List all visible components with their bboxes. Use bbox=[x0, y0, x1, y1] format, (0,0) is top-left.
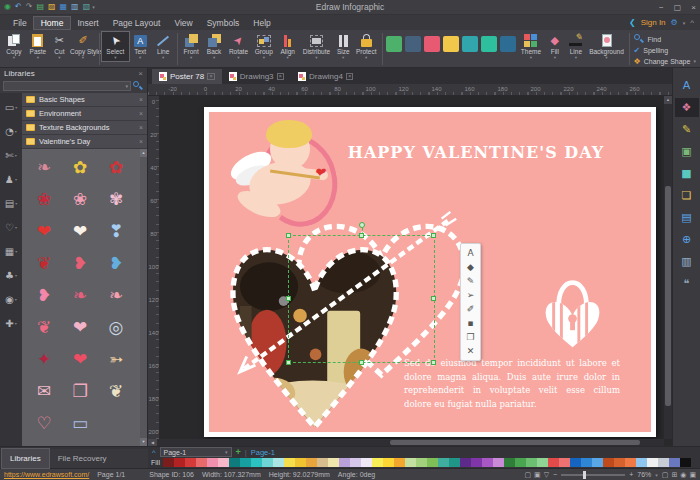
theme-color-swatch[interactable] bbox=[405, 36, 421, 52]
library-category-icon[interactable]: ▤▾ bbox=[1, 191, 21, 215]
panel-tab-icon[interactable]: ⊕ bbox=[675, 230, 699, 249]
find-button[interactable]: Find bbox=[634, 34, 696, 44]
page-selector[interactable]: Page-1 ▾ bbox=[160, 447, 232, 457]
copy-button[interactable]: Copy▾ bbox=[2, 32, 26, 61]
resize-handle[interactable] bbox=[286, 360, 291, 365]
palette-color[interactable] bbox=[658, 458, 669, 467]
palette-color[interactable] bbox=[647, 458, 658, 467]
clipart-item[interactable]: ✦ bbox=[26, 343, 62, 375]
library-category-icon[interactable]: ◉▾ bbox=[1, 287, 21, 311]
panel-tab-icon[interactable]: ❏ bbox=[675, 186, 699, 205]
floating-tool-icon[interactable]: ➢ bbox=[461, 288, 480, 302]
quick-access-icon[interactable]: ◉ bbox=[4, 3, 11, 11]
clipart-item[interactable]: ❥ bbox=[26, 279, 62, 311]
palette-color[interactable] bbox=[526, 458, 537, 467]
menu-item[interactable]: Home bbox=[34, 17, 71, 29]
floating-tool-icon[interactable]: A bbox=[461, 246, 480, 260]
resize-handle[interactable] bbox=[431, 296, 436, 301]
clipart-item[interactable]: ✿ bbox=[98, 151, 134, 183]
spelling-button[interactable]: ✔ Spelling bbox=[634, 45, 696, 55]
palette-color[interactable] bbox=[669, 458, 680, 467]
palette-color[interactable] bbox=[636, 458, 647, 467]
clipart-item[interactable]: ❧ bbox=[26, 151, 62, 183]
menu-item[interactable]: Help bbox=[246, 17, 277, 29]
palette-color[interactable] bbox=[361, 458, 372, 467]
palette-color[interactable] bbox=[372, 458, 383, 467]
palette-color[interactable] bbox=[471, 458, 482, 467]
minimize-button[interactable]: − bbox=[659, 3, 664, 12]
palette-color[interactable] bbox=[163, 458, 174, 467]
clipart-item[interactable]: ✉ bbox=[26, 375, 62, 407]
fill-button[interactable]: ◆ Fill▾ bbox=[544, 32, 565, 61]
floating-tool-icon[interactable]: ✎ bbox=[461, 274, 480, 288]
gear-icon[interactable]: ⚙ bbox=[671, 18, 678, 27]
zoom-out-button[interactable]: − bbox=[553, 471, 557, 478]
distribute-button[interactable]: Distribute▾ bbox=[299, 32, 333, 61]
line-style-button[interactable]: ✎ Line▾ bbox=[565, 32, 586, 61]
clipart-item[interactable]: ▭ bbox=[62, 407, 98, 439]
panel-tab-icon[interactable]: ■ bbox=[675, 164, 699, 183]
scroll-left-icon[interactable]: ◀ bbox=[148, 439, 157, 446]
clipart-item[interactable]: ✿ bbox=[62, 151, 98, 183]
library-group-row[interactable]: Texture Backgrounds × bbox=[22, 121, 147, 135]
palette-color[interactable] bbox=[383, 458, 394, 467]
theme-color-swatch[interactable] bbox=[443, 36, 459, 52]
menu-item[interactable]: Insert bbox=[70, 17, 105, 29]
quick-access-icon[interactable]: ▥ bbox=[71, 3, 79, 11]
library-group-row[interactable]: Basic Shapes × bbox=[22, 93, 147, 107]
palette-color[interactable] bbox=[581, 458, 592, 467]
palette-color[interactable] bbox=[570, 458, 581, 467]
clipart-item[interactable]: ❣ bbox=[98, 215, 134, 247]
palette-color[interactable] bbox=[328, 458, 339, 467]
palette-color[interactable] bbox=[196, 458, 207, 467]
library-category-icon[interactable]: ◔▾ bbox=[1, 119, 21, 143]
palette-color[interactable] bbox=[438, 458, 449, 467]
palette-color[interactable] bbox=[537, 458, 548, 467]
menu-item[interactable]: File bbox=[6, 17, 34, 29]
select-button[interactable]: ➤ Select▾ bbox=[102, 32, 129, 61]
settings-dropdown-icon[interactable]: ▾ bbox=[683, 20, 686, 26]
document-tab-close-icon[interactable]: × bbox=[277, 73, 285, 80]
palette-color[interactable] bbox=[416, 458, 427, 467]
libraries-close-icon[interactable]: × bbox=[138, 69, 143, 78]
clipart-item[interactable]: ❀ bbox=[26, 183, 62, 215]
clipart-item[interactable]: ❤ bbox=[62, 343, 98, 375]
edrawsoft-link[interactable]: https://www.edrawsoft.com/ bbox=[4, 471, 89, 478]
library-group-row[interactable]: Valentine's Day × bbox=[22, 135, 147, 149]
group-button[interactable]: Group▾ bbox=[251, 32, 276, 61]
scroll-down-icon[interactable]: ▼ bbox=[140, 438, 147, 446]
panel-tab-icon[interactable]: A bbox=[675, 76, 699, 95]
close-button[interactable]: × bbox=[691, 3, 696, 12]
clipart-item[interactable]: ❐ bbox=[62, 375, 98, 407]
library-category-icon[interactable]: ♣▾ bbox=[1, 263, 21, 287]
menu-item[interactable]: Page Layout bbox=[106, 17, 168, 29]
palette-color[interactable] bbox=[680, 458, 691, 467]
floating-tool-icon[interactable]: ✐ bbox=[461, 302, 480, 316]
zoom-slider-thumb[interactable] bbox=[583, 471, 586, 479]
view-mode-icon[interactable]: ▣ bbox=[534, 471, 541, 479]
theme-color-swatch[interactable] bbox=[500, 36, 516, 52]
zoom-dropdown-icon[interactable]: ▾ bbox=[655, 472, 658, 478]
quick-access-icon[interactable]: ▦ bbox=[60, 3, 68, 11]
zoom-level[interactable]: 76% bbox=[637, 471, 651, 478]
palette-color[interactable] bbox=[515, 458, 526, 467]
align-button[interactable]: Align▾ bbox=[276, 32, 299, 61]
floating-tool-icon[interactable]: ▪ bbox=[461, 316, 480, 330]
floating-tool-icon[interactable]: ❐ bbox=[461, 330, 480, 344]
view-mode-icon[interactable]: ▽ bbox=[544, 471, 549, 479]
library-group-close-icon[interactable]: × bbox=[139, 110, 143, 117]
back-button[interactable]: Back▾ bbox=[203, 32, 226, 61]
selection-box[interactable] bbox=[288, 235, 435, 363]
background-button[interactable]: Background▾ bbox=[586, 32, 626, 61]
palette-color[interactable] bbox=[592, 458, 603, 467]
zoom-in-button[interactable]: + bbox=[629, 471, 633, 478]
menu-item[interactable]: View bbox=[167, 17, 199, 29]
library-category-icon[interactable]: ✚▾ bbox=[1, 311, 21, 335]
library-search-input[interactable]: ▾ bbox=[3, 81, 131, 91]
palette-color[interactable] bbox=[284, 458, 295, 467]
palette-color[interactable] bbox=[614, 458, 625, 467]
palette-color[interactable] bbox=[625, 458, 636, 467]
quick-access-icon[interactable]: ↶ bbox=[15, 3, 22, 11]
view-mode-icon[interactable]: ▢ bbox=[524, 471, 531, 479]
palette-color[interactable] bbox=[493, 458, 504, 467]
